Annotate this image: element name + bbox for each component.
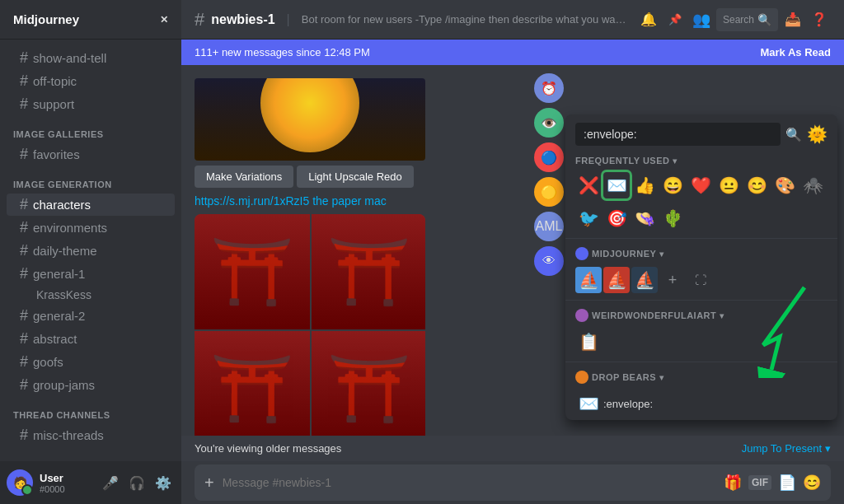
sidebar-item-abstract[interactable]: # abstract [7, 328, 175, 350]
pin-icon[interactable]: 📌 [663, 8, 687, 31]
message-input-area: + 🎁 GIF 📄 😊 [181, 461, 844, 504]
hash-icon: # [20, 376, 28, 394]
weirdwonderful-emojis: 📋 [565, 325, 837, 358]
envelope-label: :envelope: [603, 398, 653, 410]
emoji-x[interactable]: ❌ [575, 172, 602, 198]
ww-emoji-1[interactable]: 📋 [575, 329, 602, 355]
channel-label: off-topic [33, 74, 77, 88]
emoji-target[interactable]: 🎯 [603, 205, 630, 231]
headphones-icon[interactable]: 🎧 [125, 471, 148, 494]
weirdwonderful-label: WEIRDWONDERFULAIART [592, 310, 716, 320]
new-messages-text: 111+ new messages since 12:48 PM [195, 46, 370, 58]
input-action-icons: 🎁 GIF 📄 😊 [724, 474, 821, 492]
server-name: Midjourney [13, 12, 79, 26]
category-thread-channels: THREAD CHANNELS [0, 397, 181, 423]
emoji-thumbsup[interactable]: 👍 [631, 172, 658, 198]
jump-to-present-button[interactable]: Jump To Present ▾ [742, 442, 831, 455]
help-icon[interactable]: ❓ [808, 8, 831, 31]
sidebar-item-off-topic[interactable]: # off-topic [7, 70, 175, 92]
expand-button[interactable]: ⛶ [687, 267, 714, 293]
mj-emoji-3[interactable]: ⛵ [631, 267, 658, 293]
search-label: Search [723, 14, 754, 26]
add-file-icon[interactable]: + [204, 474, 214, 492]
frequently-used-row2: 🐦 🎯 👒 🌵 [565, 202, 837, 235]
emoji-grin[interactable]: 😄 [659, 172, 686, 198]
emoji-spider[interactable]: 🕷️ [799, 172, 826, 198]
message-avatars: ⏰ 👁️ 🔵 🟡 AML 👁 [534, 73, 564, 276]
emoji-search-input[interactable] [575, 123, 781, 146]
sidebar-item-show-and-tell[interactable]: # show-and-tell [7, 47, 175, 69]
sidebar-item-daily-theme[interactable]: # daily-theme [7, 240, 175, 262]
channel-label: characters [33, 198, 91, 212]
sidebar-item-favorites[interactable]: # favorites [7, 143, 175, 166]
divider-3 [565, 362, 837, 362]
sidebar-item-support[interactable]: # support [7, 93, 175, 115]
gift-icon[interactable]: 🎁 [724, 474, 742, 492]
emoji-art[interactable]: 🎨 [771, 172, 798, 198]
mj-emoji-1[interactable]: ⛵ [575, 267, 602, 293]
image-cell-4 [312, 331, 425, 436]
sidebar-item-general-1[interactable]: # general-1 [7, 263, 175, 285]
mic-icon[interactable]: 🎤 [99, 471, 122, 494]
add-emoji-button[interactable]: + [659, 267, 686, 293]
emoji-bird[interactable]: 🐦 [575, 205, 602, 231]
sidebar-item-goofs[interactable]: # goofs [7, 351, 175, 373]
mark-as-read-button[interactable]: Mark As Read [761, 46, 832, 58]
channel-label: support [33, 97, 74, 111]
emoji-cactus[interactable]: 🌵 [659, 205, 686, 231]
emoji-search-area: 🔍 🌞 [565, 114, 837, 151]
sidebar-item-environments[interactable]: # environments [7, 217, 175, 239]
channel-name: newbies-1 [211, 12, 274, 27]
weirdwonderful-header: WEIRDWONDERFULAIART ▾ [565, 304, 837, 325]
mj-emoji-2[interactable]: ⛵ [603, 267, 630, 293]
search-bar[interactable]: Search 🔍 [716, 8, 778, 31]
viewing-bar: You're viewing older messages Jump To Pr… [181, 436, 844, 461]
avatar-3: 🔵 [534, 142, 564, 172]
dropbears-label: DROP BEARS [592, 372, 656, 382]
sidebar-item-krasskess[interactable]: KrassKess [7, 286, 175, 304]
emoji-smile[interactable]: 😊 [743, 172, 770, 198]
sidebar-item-general-2[interactable]: # general-2 [7, 305, 175, 327]
channel-label: goofs [33, 355, 63, 369]
sticker-icon[interactable]: 📄 [778, 474, 796, 492]
tab-light-upscale-redo[interactable]: Light Upscale Redo [297, 166, 413, 188]
members-icon[interactable]: 👥 [690, 8, 713, 31]
channel-label: show-and-tell [33, 51, 106, 65]
emoji-neutral[interactable]: 😐 [715, 172, 742, 198]
link-suffix: the paper mac [312, 194, 387, 208]
sidebar-item-misc-threads[interactable]: # misc-threads [7, 424, 175, 446]
messages-area[interactable]: Make Variations Light Upscale Redo https… [181, 65, 844, 436]
avatar-1: ⏰ [534, 73, 564, 103]
emoji-envelope[interactable]: ✉️ [603, 172, 630, 198]
jump-text: Jump To Present [742, 442, 822, 455]
channel-label: favorites [33, 147, 80, 161]
server-header[interactable]: Midjourney ✕ [0, 0, 181, 40]
notification-icon[interactable]: 🔔 [637, 8, 660, 31]
tab-make-variations[interactable]: Make Variations [195, 166, 293, 188]
header-icons: 🔔 📌 👥 Search 🔍 📥 ❓ [637, 8, 831, 31]
sidebar-item-group-jams[interactable]: # group-jams [7, 374, 175, 396]
emoji-picker: 🔍 🌞 FREQUENTLY USED ▾ ❌ ✉️ 👍 😄 ❤️ 😐 😊 🎨 … [565, 114, 837, 420]
gif-icon[interactable]: GIF [748, 475, 771, 490]
art-1 [195, 214, 310, 329]
db-envelope[interactable]: ✉️ [575, 390, 602, 417]
channel-label: misc-threads [33, 428, 104, 442]
emoji-button[interactable]: 😊 [803, 474, 821, 492]
hash-icon: # [20, 49, 28, 67]
main-content: # newbies-1 | Bot room for new users -Ty… [181, 0, 844, 504]
emoji-hat[interactable]: 👒 [631, 205, 658, 231]
link-text[interactable]: https://s.mj.run/1xRzI5 [195, 194, 309, 208]
footer-icons: 🎤 🎧 ⚙️ [99, 471, 175, 494]
sidebar-item-characters[interactable]: # characters [7, 194, 175, 216]
category-image-generation: IMAGE GENERATION [0, 166, 181, 193]
image-grid [195, 214, 425, 436]
midjourney-emojis: ⛵ ⛵ ⛵ + ⛶ [565, 264, 837, 296]
message-input[interactable] [223, 476, 724, 489]
art-3 [195, 331, 310, 436]
emoji-heart[interactable]: ❤️ [687, 172, 714, 198]
jump-chevron: ▾ [825, 442, 831, 455]
settings-icon[interactable]: ⚙️ [152, 471, 175, 494]
emoji-face-icon[interactable]: 🌞 [807, 124, 828, 144]
inbox-icon[interactable]: 📥 [781, 8, 804, 31]
divider-2 [565, 300, 837, 301]
